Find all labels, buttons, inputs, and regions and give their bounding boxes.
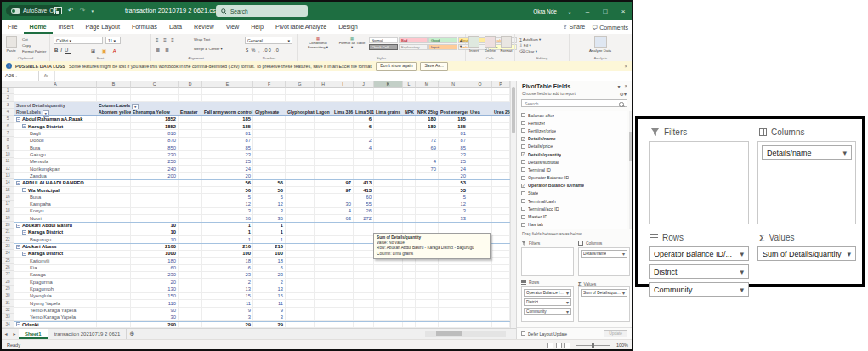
fill-button[interactable]: ⇩ Fill ▾ — [519, 43, 531, 48]
gear-icon[interactable]: ⚙▾ — [620, 91, 627, 97]
pivot-row-label[interactable]: −Wa Municipal — [14, 187, 97, 194]
mini-rows-area[interactable]: Operator Balance ID/...▾District▾Communi… — [521, 286, 574, 322]
pivot-value-cell[interactable]: 56 — [253, 179, 285, 186]
filters-area[interactable] — [649, 141, 749, 224]
pivot-value-cell[interactable]: 13 — [253, 286, 285, 292]
pivot-value-cell[interactable]: 9 — [253, 307, 285, 314]
sheet-nav-left-icon[interactable]: ◂ — [2, 329, 10, 339]
merge-center-button[interactable]: Merge & Center ▾ — [194, 47, 223, 51]
row-number[interactable]: 5 — [2, 116, 14, 122]
pivot-value-cell[interactable]: 90 — [131, 307, 178, 314]
pivot-value-cell[interactable]: 230 — [131, 271, 178, 278]
col-header-K[interactable]: K — [374, 81, 403, 88]
pivot-row-label[interactable]: Galugu — [14, 151, 97, 158]
pivot-row-label[interactable]: Bagli — [14, 130, 97, 137]
comments-button[interactable]: 🗩 Comments — [592, 25, 628, 31]
cell-style-input[interactable]: Input — [428, 44, 457, 50]
field-chip[interactable]: Details/name▾ — [581, 250, 627, 258]
restore-button[interactable]: □ — [600, 8, 610, 15]
row-number[interactable]: 7 — [2, 130, 14, 137]
zoom-slider-knob[interactable] — [592, 343, 594, 348]
copy-button[interactable]: Copy — [22, 43, 31, 48]
pivot-value-cell[interactable]: 1852 — [131, 116, 178, 122]
pivot-value-cell[interactable]: 33 — [439, 215, 468, 222]
pivot-value-cell[interactable]: 23 — [202, 271, 252, 278]
pivot-value-cell[interactable]: 56 — [202, 179, 252, 186]
pivot-value-cell[interactable]: 25 — [439, 158, 468, 165]
pivot-row-label[interactable]: Nouri — [14, 215, 97, 222]
pivot-value-cell[interactable]: 85 — [202, 144, 252, 151]
pivot-row-label[interactable]: −Abukari Abdul Basiru — [14, 222, 97, 229]
pivot-value-cell[interactable]: 6 — [354, 116, 373, 122]
ribbon-tab-file[interactable]: File — [2, 20, 24, 34]
row-number[interactable]: 28 — [2, 279, 14, 286]
pivot-value-cell[interactable]: 1 — [202, 229, 252, 235]
ribbon-tab-formulas[interactable]: Formulas — [126, 20, 163, 34]
field-list-item[interactable]: Terminal/acc ID — [521, 205, 627, 212]
pivot-row-label[interactable]: Kpagurma — [14, 279, 97, 286]
col-header-G[interactable]: G — [286, 81, 315, 88]
row-number[interactable]: 23 — [2, 243, 14, 250]
analyze-data-button[interactable]: Analyze Data — [582, 36, 619, 53]
col-header-D[interactable]: D — [179, 81, 202, 88]
unchecked-checkbox[interactable] — [521, 167, 525, 172]
pivot-value-cell[interactable]: 1 — [253, 222, 285, 229]
row-number[interactable]: 18 — [2, 207, 14, 214]
pivot-value-cell[interactable]: 1 — [202, 236, 252, 243]
undo-icon[interactable]: ↶ — [68, 7, 74, 14]
cut-button[interactable]: Cut — [22, 37, 28, 42]
ribbon-tab-review[interactable]: Review — [188, 20, 220, 34]
pivot-value-cell[interactable]: 23 — [202, 151, 252, 158]
expand-minus-icon[interactable]: − — [16, 117, 20, 122]
row-number[interactable]: 17 — [2, 201, 14, 207]
pivot-value-cell[interactable]: 30 — [131, 314, 178, 320]
col-header-J[interactable]: J — [354, 81, 374, 88]
pivot-value-cell[interactable]: 13 — [202, 286, 252, 292]
col-header-M[interactable]: M — [416, 81, 439, 88]
pivot-value-cell[interactable]: 85 — [439, 144, 468, 151]
pivot-value-cell[interactable]: 240 — [131, 166, 178, 173]
chevron-down-icon[interactable]: ▾ — [740, 286, 744, 294]
chevron-down-icon[interactable]: ▾ — [91, 8, 94, 14]
field-list-item[interactable]: Fertilizer/price — [521, 127, 627, 134]
row-number[interactable]: 6 — [2, 123, 14, 130]
field-chip[interactable]: Community▾ — [524, 308, 571, 315]
row-number[interactable]: 10 — [2, 151, 14, 158]
row-number[interactable]: 34 — [2, 321, 14, 328]
pivot-value-cell[interactable]: 110 — [131, 300, 178, 307]
pivot-value-cell[interactable]: 413 — [354, 187, 373, 194]
minimize-button[interactable]: – — [582, 8, 593, 15]
pivot-value-cell[interactable]: 23 — [439, 151, 468, 158]
field-list-item[interactable]: Details/subtotal — [521, 158, 627, 166]
paste-button[interactable]: Paste — [3, 36, 20, 53]
indent-buttons[interactable]: ≣ ≣ — [156, 47, 171, 53]
pivot-value-cell[interactable]: 3 — [202, 314, 252, 320]
pivot-value-cell[interactable]: 87 — [202, 137, 252, 144]
pivot-value-cell[interactable]: 185 — [439, 123, 468, 130]
mini-columns-area[interactable]: Details/name▾ — [578, 247, 630, 276]
pivot-value-cell[interactable]: 230 — [131, 151, 178, 158]
chevron-down-icon[interactable]: ▾ — [847, 250, 851, 258]
pivot-value-cell[interactable]: 1 — [202, 222, 252, 229]
row-number[interactable]: 9 — [2, 144, 14, 151]
unchecked-checkbox[interactable] — [521, 144, 525, 149]
pivot-value-cell[interactable]: 20 — [202, 173, 252, 179]
field-list-item[interactable]: ✓Details/name — [521, 135, 627, 143]
pivot-value-cell[interactable]: 180 — [416, 116, 438, 122]
pivot-value-cell[interactable]: 870 — [131, 137, 178, 144]
row-number[interactable]: 32 — [2, 307, 14, 314]
chevron-down-icon[interactable]: ▾ — [566, 309, 569, 315]
field-chip[interactable]: Operator Balance ID/...▾ — [649, 246, 749, 261]
pivot-row-label[interactable]: Norikungkpan — [14, 166, 97, 173]
row-number[interactable]: 16 — [2, 194, 14, 201]
pivot-row-label[interactable]: Kationyili — [14, 258, 97, 264]
update-button[interactable]: Update — [604, 330, 627, 337]
unchecked-checkbox[interactable] — [521, 128, 525, 133]
normal-view-icon[interactable] — [547, 343, 553, 348]
pivot-value-cell[interactable]: 2 — [202, 279, 252, 286]
horizontal-scrollbar-thumb[interactable] — [436, 331, 462, 336]
redo-icon[interactable]: ↷ — [80, 7, 86, 14]
pivot-value-cell[interactable]: 250 — [131, 158, 178, 165]
rows-area[interactable]: Operator Balance ID/...▾District▾Communi… — [649, 246, 749, 300]
close-button[interactable]: × — [618, 8, 628, 15]
